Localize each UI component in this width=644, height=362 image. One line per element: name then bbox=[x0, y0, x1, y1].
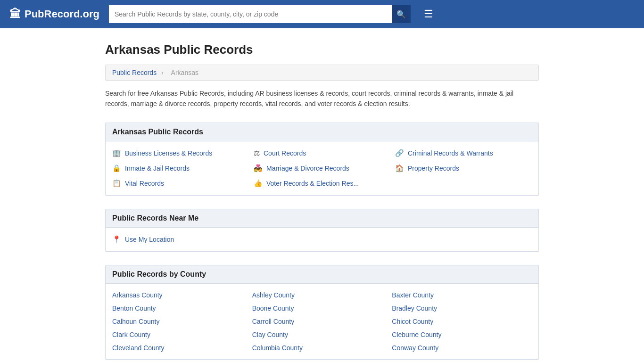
record-item-inmate[interactable]: 🔒 Inmate & Jail Records bbox=[112, 164, 249, 173]
vital-icon: 📋 bbox=[112, 179, 121, 188]
page-title: Arkansas Public Records bbox=[105, 42, 539, 57]
property-icon: 🏠 bbox=[395, 164, 404, 173]
site-header: 🏛 PubRecord.org 🔍 ☰ bbox=[0, 0, 644, 28]
record-item-marriage[interactable]: 💑 Marriage & Divorce Records bbox=[254, 164, 390, 173]
search-bar: 🔍 bbox=[109, 5, 411, 23]
county-link[interactable]: Carroll County bbox=[252, 318, 392, 325]
county-link[interactable]: Chicot County bbox=[392, 318, 532, 325]
county-link[interactable]: Clark County bbox=[112, 331, 252, 338]
breadcrumb-current: Arkansas bbox=[171, 69, 198, 76]
record-label-court: Court Records bbox=[264, 149, 306, 157]
county-link[interactable]: Cleburne County bbox=[392, 331, 532, 338]
records-grid: 🏢 Business Licenses & Records ⚖ Court Re… bbox=[112, 149, 532, 188]
county-link[interactable]: Clay County bbox=[252, 331, 392, 338]
record-item-business[interactable]: 🏢 Business Licenses & Records bbox=[112, 149, 249, 157]
county-grid: Arkansas CountyAshley CountyBaxter Count… bbox=[112, 291, 532, 352]
near-me-section: Public Records Near Me 📍 Use My Location bbox=[105, 209, 539, 252]
records-section-body: 🏢 Business Licenses & Records ⚖ Court Re… bbox=[105, 141, 539, 196]
court-icon: ⚖ bbox=[254, 149, 260, 157]
county-link[interactable]: Columbia County bbox=[252, 344, 392, 352]
voter-icon: 👍 bbox=[254, 179, 263, 188]
near-me-body: 📍 Use My Location bbox=[105, 228, 539, 252]
county-link[interactable]: Conway County bbox=[392, 344, 532, 352]
county-link[interactable]: Ashley County bbox=[252, 291, 392, 299]
records-section: Arkansas Public Records 🏢 Business Licen… bbox=[105, 123, 539, 196]
county-link[interactable]: Bradley County bbox=[392, 304, 532, 312]
county-section: Public Records by County Arkansas County… bbox=[105, 265, 539, 360]
record-label-inmate: Inmate & Jail Records bbox=[125, 165, 190, 172]
county-link[interactable]: Benton County bbox=[112, 304, 252, 312]
menu-button[interactable]: ☰ bbox=[420, 6, 437, 22]
use-my-location[interactable]: 📍 Use My Location bbox=[112, 235, 532, 244]
county-link[interactable]: Baxter County bbox=[392, 291, 532, 299]
business-icon: 🏢 bbox=[112, 149, 121, 157]
near-me-heading: Public Records Near Me bbox=[105, 209, 539, 228]
record-item-court[interactable]: ⚖ Court Records bbox=[254, 149, 390, 157]
search-button[interactable]: 🔍 bbox=[392, 5, 411, 23]
record-label-property: Property Records bbox=[408, 165, 459, 172]
county-body: Arkansas CountyAshley CountyBaxter Count… bbox=[105, 284, 539, 360]
record-item-property[interactable]: 🏠 Property Records bbox=[395, 164, 532, 173]
record-label-criminal: Criminal Records & Warrants bbox=[408, 149, 493, 157]
record-item-criminal[interactable]: 🔗 Criminal Records & Warrants bbox=[395, 149, 532, 157]
record-item-voter[interactable]: 👍 Voter Records & Election Res... bbox=[254, 179, 390, 188]
location-icon: 📍 bbox=[112, 235, 121, 244]
record-label-marriage: Marriage & Divorce Records bbox=[266, 165, 349, 172]
inmate-icon: 🔒 bbox=[112, 164, 121, 173]
county-link[interactable]: Arkansas County bbox=[112, 291, 252, 299]
logo-text: PubRecord.org bbox=[25, 8, 99, 20]
use-my-location-label: Use My Location bbox=[125, 236, 174, 243]
county-link[interactable]: Calhoun County bbox=[112, 318, 252, 325]
record-label-voter: Voter Records & Election Res... bbox=[266, 180, 359, 187]
records-section-heading: Arkansas Public Records bbox=[105, 123, 539, 141]
menu-icon: ☰ bbox=[424, 8, 433, 20]
county-link[interactable]: Cleveland County bbox=[112, 344, 252, 352]
breadcrumb-separator: › bbox=[161, 69, 164, 76]
breadcrumb: Public Records › Arkansas bbox=[105, 65, 539, 81]
county-link[interactable]: Boone County bbox=[252, 304, 392, 312]
record-label-vital: Vital Records bbox=[125, 180, 164, 187]
breadcrumb-parent[interactable]: Public Records bbox=[112, 69, 157, 76]
search-input[interactable] bbox=[109, 5, 392, 23]
record-item-vital[interactable]: 📋 Vital Records bbox=[112, 179, 249, 188]
county-heading: Public Records by County bbox=[105, 265, 539, 284]
record-label-business: Business Licenses & Records bbox=[125, 149, 212, 157]
logo[interactable]: 🏛 PubRecord.org bbox=[9, 8, 99, 21]
main-content: Arkansas Public Records Public Records ›… bbox=[96, 28, 548, 362]
page-description: Search for free Arkansas Public Records,… bbox=[105, 88, 539, 109]
marriage-icon: 💑 bbox=[254, 164, 263, 173]
criminal-icon: 🔗 bbox=[395, 149, 404, 157]
logo-icon: 🏛 bbox=[9, 8, 21, 21]
